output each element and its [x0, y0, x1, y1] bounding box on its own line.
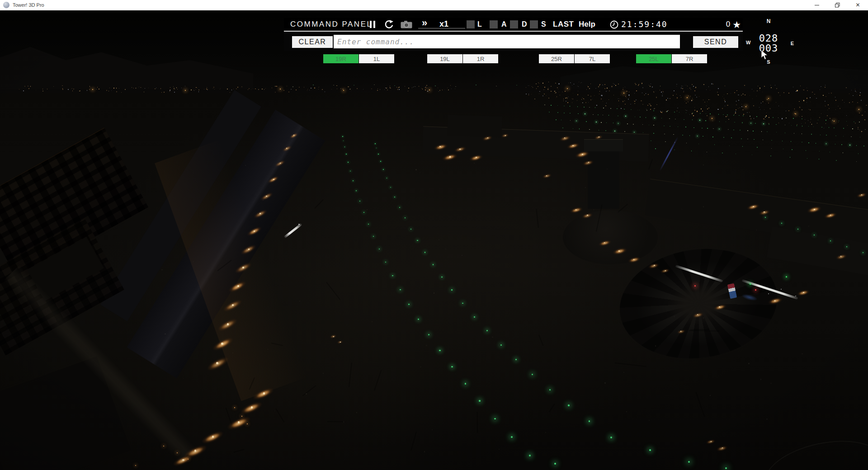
runway-button-25r[interactable]: 25R [539, 54, 574, 63]
toggle-label-l: L [477, 18, 482, 31]
clock-icon [610, 20, 618, 31]
camera-tilt-value: 003 [742, 43, 795, 53]
restore-icon [835, 3, 840, 8]
close-button[interactable]: ✕ [848, 0, 868, 10]
runway-button-19r[interactable]: 19R [323, 54, 359, 63]
toggle-label-a: A [501, 18, 507, 31]
runway-pair-group: 25R7L [539, 54, 610, 63]
runway-button-19l[interactable]: 19L [427, 54, 462, 63]
camera-heading-value: 028 [742, 33, 795, 43]
compass-widget: N W E S 028 003 [742, 16, 795, 67]
compass-south-label: S [742, 59, 795, 65]
runway-pair-group: 25L7R [636, 54, 707, 63]
help-button[interactable]: Help [579, 18, 595, 31]
command-panel: COMMAND PANEL » x1 LAST Help [284, 18, 743, 63]
pause-button[interactable] [370, 21, 375, 28]
camera-icon [401, 21, 412, 28]
runway-pair-group: 19L1R [427, 54, 498, 63]
compass-north-label: N [742, 18, 795, 24]
score-display: 0 ★ [726, 18, 741, 31]
speed-slider-track[interactable] [418, 28, 465, 28]
command-input-row: CLEAR SEND [284, 32, 743, 51]
runway-button-1l[interactable]: 1L [359, 54, 394, 63]
camera-button[interactable] [401, 21, 412, 30]
fast-forward-button[interactable]: » [422, 17, 427, 29]
send-button[interactable]: SEND [693, 36, 738, 48]
toggle-label-d: D [522, 18, 527, 31]
command-panel-header: COMMAND PANEL » x1 LAST Help [284, 18, 743, 32]
replay-arrow-icon [384, 19, 394, 29]
toggle-checkbox-s[interactable] [530, 20, 538, 28]
app-window: Tower! 3D Pro ✕ COMMAND PANEL [0, 0, 868, 470]
score-value: 0 [726, 20, 730, 29]
replay-button[interactable] [384, 19, 394, 31]
pause-icon [370, 21, 372, 28]
runway-button-row: 19R1L19L1R25R7L25L7R [284, 54, 743, 63]
runway-button-7l[interactable]: 7L [575, 54, 610, 63]
toggle-label-s: S [541, 18, 546, 31]
toggle-checkbox-l[interactable] [467, 20, 475, 28]
minimize-icon [815, 3, 820, 8]
star-icon: ★ [732, 20, 741, 29]
command-input[interactable] [334, 35, 680, 48]
window-title: Tower! 3D Pro [13, 2, 44, 8]
window-controls: ✕ [807, 0, 868, 10]
toggle-checkbox-d[interactable] [510, 20, 518, 28]
runway-button-1r[interactable]: 1R [463, 54, 498, 63]
runway-button-25l[interactable]: 25L [636, 54, 671, 63]
titlebar-left: Tower! 3D Pro [0, 2, 44, 8]
app-icon [3, 2, 9, 8]
mouse-cursor [761, 50, 768, 60]
minimize-button[interactable] [807, 0, 827, 10]
runway-button-7r[interactable]: 7R [672, 54, 707, 63]
window-titlebar: Tower! 3D Pro ✕ [0, 0, 868, 10]
last-command-button[interactable]: LAST [553, 18, 574, 31]
sim-clock-time: 21:59:40 [621, 18, 668, 31]
airport-night-scene[interactable] [0, 0, 868, 470]
toggle-checkbox-a[interactable] [490, 20, 498, 28]
close-icon: ✕ [855, 2, 860, 8]
clear-button[interactable]: CLEAR [292, 36, 333, 48]
command-panel-title: COMMAND PANEL [290, 18, 372, 31]
restore-button[interactable] [827, 0, 848, 10]
runway-pair-group: 19R1L [323, 54, 394, 63]
